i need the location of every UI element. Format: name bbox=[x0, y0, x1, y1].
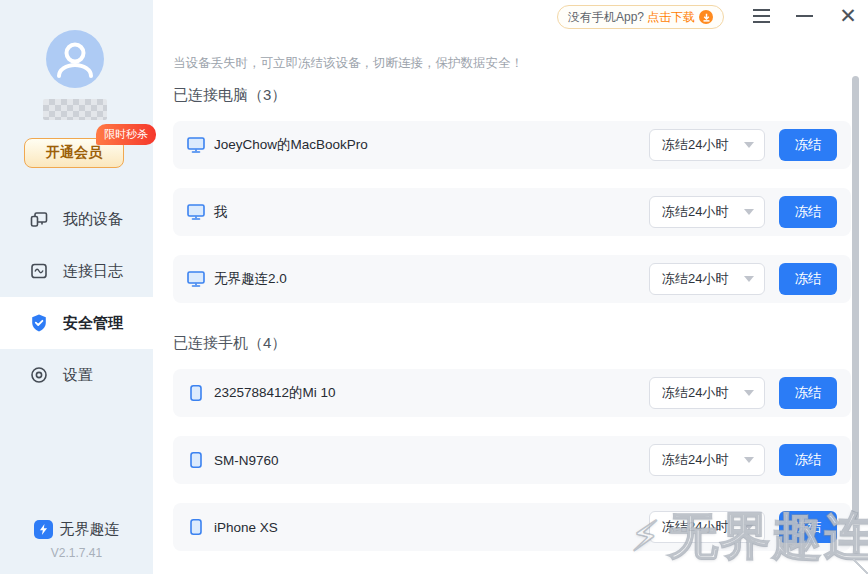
settings-icon bbox=[29, 365, 49, 385]
sidebar-item-security[interactable]: 安全管理 bbox=[0, 297, 153, 349]
app-name: 无界趣连 bbox=[60, 520, 120, 539]
download-pill-link: 点击下载 bbox=[647, 9, 695, 26]
sidebar-item-label: 我的设备 bbox=[63, 210, 123, 229]
resize-handle-icon[interactable] bbox=[853, 559, 868, 574]
device-name: iPhone XS bbox=[214, 520, 278, 535]
user-icon bbox=[46, 30, 104, 88]
chevron-down-icon bbox=[744, 142, 754, 148]
chevron-down-icon bbox=[744, 209, 754, 215]
shield-check-icon bbox=[29, 313, 49, 333]
freeze-duration-select[interactable]: 冻结24小时 bbox=[649, 377, 765, 409]
download-app-button[interactable]: 没有手机App? 点击下载 bbox=[557, 5, 724, 29]
device-row: JoeyChow的MacBookPro 冻结24小时 冻结 bbox=[173, 121, 851, 169]
freeze-duration-select[interactable]: 冻结24小时 bbox=[649, 263, 765, 295]
freeze-button[interactable]: 冻结 bbox=[779, 263, 837, 295]
freeze-duration-select[interactable]: 冻结24小时 bbox=[649, 444, 765, 476]
device-row: 2325788412的Mi 10 冻结24小时 冻结 bbox=[173, 369, 851, 417]
device-row: 无界趣连2.0 冻结24小时 冻结 bbox=[173, 255, 851, 303]
section-title-computers: 已连接电脑（3） bbox=[173, 86, 286, 105]
freeze-duration-select[interactable]: 冻结24小时 bbox=[649, 196, 765, 228]
device-row: 我 冻结24小时 冻结 bbox=[173, 188, 851, 236]
avatar[interactable] bbox=[46, 30, 104, 88]
section-title-phones: 已连接手机（4） bbox=[173, 334, 286, 353]
scrollbar[interactable] bbox=[852, 76, 859, 520]
sidebar-item-settings[interactable]: 设置 bbox=[0, 349, 153, 401]
device-name: SM-N9760 bbox=[214, 453, 279, 468]
sidebar-item-my-devices[interactable]: 我的设备 bbox=[0, 193, 153, 245]
security-tip: 当设备丢失时，可立即冻结该设备，切断连接，保护数据安全！ bbox=[173, 55, 523, 72]
sidebar-item-connection-log[interactable]: 连接日志 bbox=[0, 245, 153, 297]
chevron-down-icon bbox=[744, 524, 754, 530]
device-row: SM-N9760 冻结24小时 冻结 bbox=[173, 436, 851, 484]
freeze-button[interactable]: 冻结 bbox=[779, 129, 837, 161]
phone-icon bbox=[187, 452, 205, 468]
device-name: 2325788412的Mi 10 bbox=[214, 384, 336, 402]
chevron-down-icon bbox=[744, 457, 754, 463]
sidebar-menu: 我的设备 连接日志 安全管理 bbox=[0, 193, 153, 401]
freeze-button[interactable]: 冻结 bbox=[779, 196, 837, 228]
device-name: 无界趣连2.0 bbox=[214, 270, 287, 288]
phone-icon bbox=[187, 519, 205, 535]
freeze-duration-select[interactable]: 冻结24小时 bbox=[649, 511, 765, 543]
devices-icon bbox=[29, 209, 49, 229]
download-icon bbox=[699, 10, 713, 24]
minimize-button[interactable] bbox=[794, 6, 814, 26]
phone-icon bbox=[187, 385, 205, 401]
sidebar-item-label: 安全管理 bbox=[63, 314, 123, 333]
sidebar: 开通会员 限时秒杀 我的设备 bbox=[0, 0, 153, 574]
sidebar-footer: 无界趣连 V2.1.7.41 bbox=[0, 520, 153, 560]
freeze-button[interactable]: 冻结 bbox=[779, 511, 837, 543]
freeze-duration-select[interactable]: 冻结24小时 bbox=[649, 129, 765, 161]
sidebar-item-label: 设置 bbox=[63, 366, 93, 385]
chevron-down-icon bbox=[744, 390, 754, 396]
app-window: 开通会员 限时秒杀 我的设备 bbox=[0, 0, 868, 574]
menu-button[interactable] bbox=[751, 6, 771, 26]
brand: 无界趣连 bbox=[0, 520, 153, 539]
vip-area: 开通会员 限时秒杀 bbox=[24, 138, 124, 168]
app-version: V2.1.7.41 bbox=[0, 546, 153, 560]
vip-badge: 限时秒杀 bbox=[96, 124, 156, 145]
freeze-button[interactable]: 冻结 bbox=[779, 444, 837, 476]
device-row: iPhone XS 冻结24小时 冻结 bbox=[173, 503, 851, 551]
close-button[interactable]: ✕ bbox=[838, 6, 858, 26]
username-censored bbox=[43, 99, 107, 120]
device-name: JoeyChow的MacBookPro bbox=[214, 136, 368, 154]
computer-icon bbox=[187, 204, 205, 220]
computer-icon bbox=[187, 137, 205, 153]
app-logo-icon bbox=[34, 520, 53, 539]
download-pill-text: 没有手机App? bbox=[568, 9, 644, 26]
computer-icon bbox=[187, 271, 205, 287]
sidebar-item-label: 连接日志 bbox=[63, 262, 123, 281]
chevron-down-icon bbox=[744, 276, 754, 282]
connection-log-icon bbox=[29, 261, 49, 281]
freeze-button[interactable]: 冻结 bbox=[779, 377, 837, 409]
device-name: 我 bbox=[214, 203, 228, 221]
